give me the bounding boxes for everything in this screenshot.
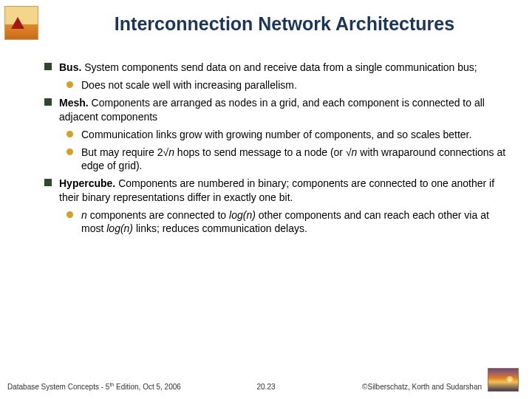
bullet-mesh: Mesh. Components are arranged as nodes i… [41,96,510,123]
slide-title: Interconnection Network Architectures [44,13,525,35]
hyper-sub1-a: components are connected to [87,209,229,221]
bullet-mesh-sub1: Communication links grow with growing nu… [64,128,510,141]
footer-right: ©Silberschatz, Korth and Sudarshan [362,383,482,391]
hyper-text: Components are numbered in binary; compo… [59,177,494,202]
hyper-term: Hypercube. [59,177,115,189]
mesh-sub2-part-b: hops to send message to a node (or √ [174,146,352,158]
bullet-hyper-sub1: n components are connected to log(n) oth… [64,208,510,235]
logo-top-sailboat [4,6,38,40]
bullet-bus: Bus. System components send data on and … [41,61,510,74]
slide-body: Bus. System components send data on and … [41,61,510,239]
bullet-mesh-sub2: But may require 2√n hops to send message… [64,146,510,172]
mesh-text: Components are arranged as nodes in a gr… [59,97,485,122]
logo-bottom-sunset [488,368,519,392]
bullet-bus-sub1: Does not scale well with increasing para… [64,78,510,92]
bus-term: Bus. [59,61,81,73]
hyper-sub1-log2: log(n) [106,222,133,234]
mesh-sub2-n1: n [168,146,174,158]
hyper-sub1-c: links; reduces communication delays. [133,222,307,234]
bus-text: System components send data on and recei… [81,61,477,73]
bullet-hypercube: Hypercube. Components are numbered in bi… [41,177,510,203]
hyper-sub1-log1: log(n) [229,209,256,221]
mesh-sub2-part-a: But may require 2√ [81,146,168,158]
hyper-sub1-n1: n [81,209,87,221]
mesh-term: Mesh. [59,97,89,109]
